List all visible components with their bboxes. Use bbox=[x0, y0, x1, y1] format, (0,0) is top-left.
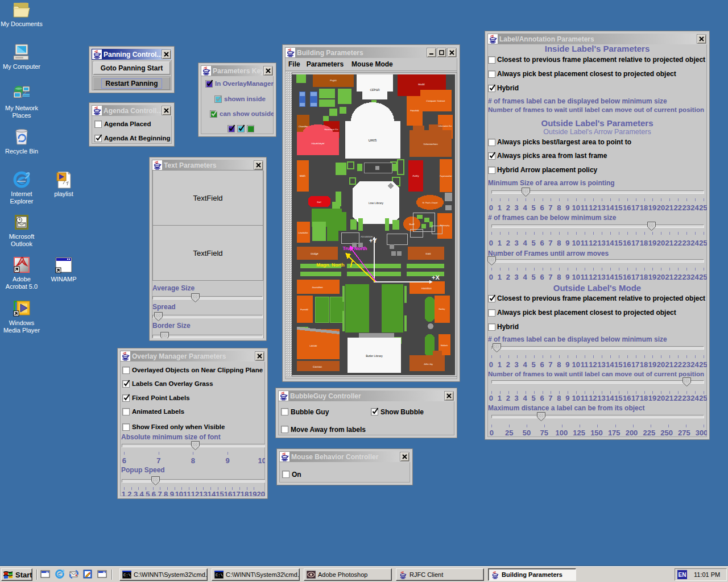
svg-text:Avery: Avery bbox=[412, 174, 419, 177]
svg-text:True North: True North bbox=[343, 246, 367, 251]
svg-text:Havemeyer: Havemeyer bbox=[311, 142, 325, 145]
svg-text:Butler Library: Butler Library bbox=[366, 355, 383, 358]
svg-text:Hartley: Hartley bbox=[439, 308, 445, 310]
svg-text:URIS: URIS bbox=[369, 139, 377, 143]
svg-text:Havemeyer Ext.: Havemeyer Ext. bbox=[325, 128, 339, 131]
svg-text:Mudd: Mudd bbox=[418, 83, 425, 86]
svg-text:Math: Math bbox=[300, 174, 306, 177]
svg-text:Earl: Earl bbox=[317, 201, 321, 203]
svg-text:Magn. North: Magn. North bbox=[316, 262, 345, 268]
svg-text:Hamilton: Hamilton bbox=[421, 287, 432, 290]
svg-text:C:\: C:\ bbox=[123, 573, 131, 577]
svg-text:+X: +X bbox=[432, 275, 440, 281]
svg-text:C:\: C:\ bbox=[216, 573, 223, 577]
svg-text:St. Paul's Chapel: St. Paul's Chapel bbox=[423, 202, 438, 204]
svg-text:Chandler: Chandler bbox=[299, 125, 308, 128]
svg-text:John Jay: John Jay bbox=[424, 363, 433, 365]
svg-text:+Y: +Y bbox=[369, 238, 377, 244]
svg-text:Information Ext.: Information Ext. bbox=[439, 125, 453, 127]
svg-text:Pupin: Pupin bbox=[330, 79, 337, 82]
svg-text:Fairchild: Fairchild bbox=[410, 109, 419, 112]
svg-text:Fayerweather: Fayerweather bbox=[440, 175, 452, 177]
svg-text:Computer Science: Computer Science bbox=[427, 99, 446, 102]
svg-text:Wallach: Wallach bbox=[441, 344, 448, 347]
svg-text:Philosophy: Philosophy bbox=[440, 225, 449, 227]
svg-text:Buell: Buell bbox=[410, 223, 415, 226]
svg-text:Low Library: Low Library bbox=[369, 202, 383, 205]
svg-text:CEPSR: CEPSR bbox=[370, 89, 380, 92]
svg-text:Carman: Carman bbox=[313, 365, 322, 368]
svg-text:Journalism: Journalism bbox=[312, 286, 323, 289]
svg-text:Furnald: Furnald bbox=[300, 308, 308, 311]
svg-text:East: East bbox=[425, 252, 431, 255]
svg-text:Dodge: Dodge bbox=[311, 252, 318, 255]
svg-text:Lerner: Lerner bbox=[309, 344, 317, 347]
svg-text:Lewisohn: Lewisohn bbox=[299, 231, 308, 234]
svg-text:Schermerhorn: Schermerhorn bbox=[423, 143, 437, 146]
